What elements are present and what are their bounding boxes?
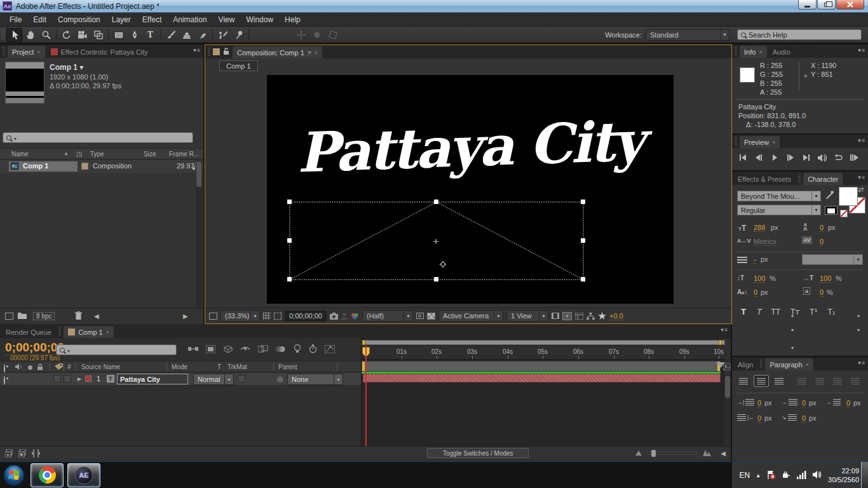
space-after-value[interactable]: 0	[802, 414, 806, 423]
show-desktop-button[interactable]	[861, 462, 868, 488]
brush-tool-icon[interactable]	[163, 28, 179, 42]
justify-last-right-button[interactable]	[830, 375, 845, 387]
tsume-value[interactable]: 0	[820, 288, 824, 297]
column-type[interactable]: Type	[90, 151, 104, 158]
project-scrollbar[interactable]	[196, 160, 202, 309]
menu-composition[interactable]: Composition	[52, 13, 106, 27]
search-options-icon[interactable]	[67, 346, 70, 354]
trash-icon[interactable]	[75, 311, 82, 320]
panel-menu-icon[interactable]	[858, 360, 865, 366]
tab-comp1-timeline[interactable]: Comp 1	[64, 326, 114, 338]
parent-pickwhip-icon[interactable]: ◎	[277, 375, 283, 383]
frame-blending-icon[interactable]	[258, 345, 268, 353]
all-caps-button[interactable]: TT	[771, 308, 780, 316]
small-caps-button[interactable]: Tᴛ	[790, 308, 799, 316]
comp-flowchart-icon[interactable]	[587, 313, 595, 320]
help-search-input[interactable]: Search Help	[737, 29, 862, 40]
project-comp-name[interactable]: Comp 1 ▾	[50, 63, 83, 72]
first-frame-button[interactable]	[736, 152, 750, 163]
tab-preview[interactable]: Preview	[740, 136, 780, 148]
superscript-button[interactable]: T¹	[810, 308, 817, 316]
timeline-button-icon[interactable]	[575, 313, 583, 320]
exposure-value[interactable]: +0.0	[609, 312, 623, 320]
panel-grip[interactable]	[3, 47, 5, 56]
toggle-switches-modes-button[interactable]: Toggle Switches / Modes	[427, 448, 529, 458]
comp-mini-flowchart-chip[interactable]: Comp 1	[219, 60, 258, 71]
tab-align[interactable]: Align	[733, 358, 757, 370]
panel-grip[interactable]	[735, 47, 737, 56]
time-ruler[interactable]: 0s 01s 02s 03s 04s 05s 06s 07s 08s 09s 1…	[362, 346, 725, 360]
justify-all-button[interactable]	[848, 375, 863, 387]
menu-edit[interactable]: Edit	[27, 13, 52, 27]
indent-first-line-value[interactable]: 0	[802, 399, 806, 407]
work-area-bar[interactable]	[362, 361, 721, 372]
restore-button[interactable]	[817, 0, 836, 10]
leading-value[interactable]: 0	[820, 224, 824, 232]
pen-tool-icon[interactable]	[126, 28, 142, 42]
world-axis-mode-icon[interactable]	[309, 28, 325, 42]
live-update-icon[interactable]	[206, 345, 215, 353]
subscript-button[interactable]: T₁	[827, 308, 835, 316]
tracking-value[interactable]: 0	[820, 238, 824, 246]
reset-exposure-icon[interactable]	[598, 312, 606, 320]
stroke-width-value[interactable]: -	[754, 255, 756, 264]
tab-character[interactable]: Character	[803, 173, 843, 185]
column-parent[interactable]: Parent	[278, 363, 297, 370]
label-column-icon[interactable]: ◳	[76, 151, 82, 158]
view-layout-dropdown[interactable]: 1 View	[506, 310, 548, 322]
new-folder-icon[interactable]	[18, 311, 27, 319]
swap-fill-stroke-icon[interactable]: ⇄	[858, 186, 864, 194]
faux-bold-button[interactable]: T	[741, 308, 746, 316]
brainstorm-icon[interactable]	[294, 344, 301, 353]
eraser-tool-icon[interactable]	[194, 28, 210, 42]
draft-3d-icon[interactable]	[223, 345, 233, 353]
play-button[interactable]	[768, 152, 782, 163]
kerning-value[interactable]: Metrics	[754, 238, 776, 246]
graph-editor-icon[interactable]	[325, 345, 335, 353]
scroll-right-icon[interactable]: ▶	[183, 313, 188, 320]
parent-dropdown[interactable]: None	[287, 374, 343, 385]
menu-effect[interactable]: Effect	[137, 13, 167, 27]
fast-previews-icon[interactable]: ⚡	[562, 312, 572, 320]
viewer-dropdown-icon[interactable]: |▾	[308, 50, 311, 55]
font-size-value[interactable]: 288	[754, 224, 765, 232]
auto-keyframe-icon[interactable]	[309, 344, 317, 353]
language-indicator[interactable]: EN	[739, 471, 750, 480]
layer-row-1[interactable]: ▶ 1 T Pattaya City Normal ◎ None	[0, 373, 361, 386]
work-area-start-handle[interactable]	[362, 362, 365, 371]
column-mode[interactable]: Mode	[172, 363, 187, 370]
menu-layer[interactable]: Layer	[106, 13, 137, 27]
timeline-current-time[interactable]: 0;00;00;00	[5, 341, 64, 355]
column-source-name[interactable]: Source Name	[81, 363, 120, 370]
horizontal-scale-value[interactable]: 100	[820, 274, 831, 283]
panel-menu-icon[interactable]	[858, 174, 865, 180]
zoom-tool-icon[interactable]	[38, 28, 54, 42]
tab-info[interactable]: Info	[740, 46, 767, 58]
ram-preview-button[interactable]	[847, 152, 861, 163]
menu-file[interactable]: File	[4, 13, 27, 27]
layer-expand-arrow[interactable]: ▶	[78, 376, 81, 382]
resolution-dropdown[interactable]: (Half)	[362, 310, 413, 322]
tab-project[interactable]: Project	[8, 46, 45, 58]
font-family-dropdown[interactable]: Beyond The Mou...	[737, 191, 821, 201]
font-style-dropdown[interactable]: Regular	[737, 205, 821, 215]
panel-grip[interactable]	[58, 327, 61, 336]
taskbar-after-effects-button[interactable]: AE	[67, 463, 100, 487]
tab-composition-viewer[interactable]: Composition: Comp 1 |▾	[233, 46, 322, 58]
panel-menu-icon[interactable]	[858, 137, 865, 144]
mask-visibility-icon[interactable]	[274, 313, 281, 320]
tab-audio[interactable]: Audio	[768, 46, 795, 58]
view-axis-mode-icon[interactable]	[325, 28, 341, 42]
column-t[interactable]: T	[217, 363, 221, 370]
search-options-icon[interactable]	[14, 134, 17, 142]
scroll-left-icon[interactable]: ◀	[721, 450, 726, 457]
tab-paragraph[interactable]: Paragraph	[765, 358, 813, 370]
previous-frame-button[interactable]	[752, 152, 766, 163]
timeline-search-input[interactable]	[56, 344, 177, 355]
interpret-footage-icon[interactable]	[5, 313, 13, 320]
snapshot-icon[interactable]	[330, 313, 338, 320]
hidden-icons-arrow[interactable]: ▲	[756, 473, 761, 478]
comp-current-time[interactable]: 0;00;00;00	[285, 311, 327, 322]
menu-help[interactable]: Help	[279, 13, 306, 27]
column-size[interactable]: Size	[144, 151, 156, 158]
